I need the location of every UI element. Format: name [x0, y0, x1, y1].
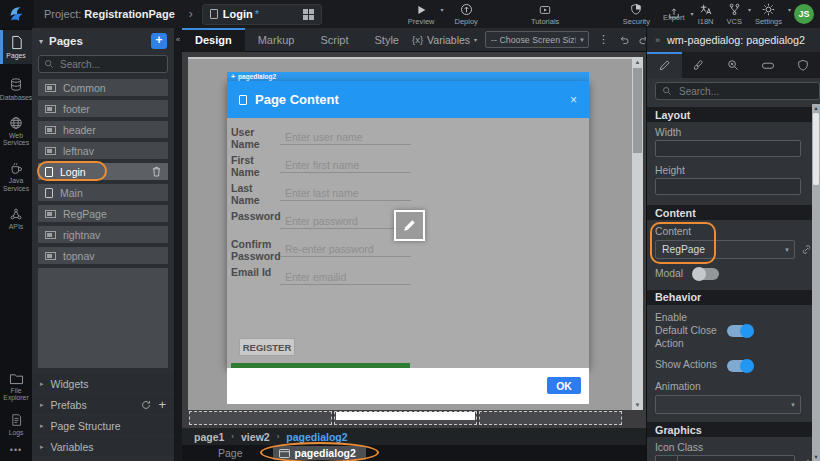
canvas-scrollbar[interactable]: ▲ ▼: [632, 57, 643, 410]
tab-security[interactable]: [785, 52, 820, 78]
rail-item-file-explorer[interactable]: File Explorer: [0, 367, 32, 407]
add-page-button[interactable]: +: [151, 33, 167, 49]
field-input[interactable]: Enter password: [280, 207, 411, 229]
selected-widget-chip[interactable]: pagedialog2: [273, 446, 366, 460]
panel-section-header[interactable]: ▸ Variables +: [32, 437, 174, 456]
page-list-item[interactable]: Common: [38, 79, 168, 96]
page-list-item[interactable]: topnav: [38, 247, 168, 264]
undo-icon[interactable]: [618, 34, 631, 46]
i18n-button[interactable]: I18N: [698, 3, 714, 26]
page-list-item[interactable]: header: [38, 121, 168, 138]
caret-down-icon[interactable]: ▾: [39, 37, 43, 46]
content-select[interactable]: RegPage ▼: [655, 240, 795, 259]
bind-property-icon[interactable]: [801, 244, 812, 255]
screen-size-select[interactable]: -- Choose Screen Size -- ▼: [485, 31, 589, 48]
properties-scrollbar[interactable]: ▲ ▼: [812, 104, 820, 461]
panel-section-header[interactable]: ▸ Widgets +: [32, 374, 174, 393]
edit-widget-button[interactable]: [394, 210, 425, 241]
user-avatar[interactable]: JS: [794, 4, 814, 24]
show-actions-toggle[interactable]: [727, 360, 753, 372]
tab-events[interactable]: [716, 52, 751, 78]
scrollbar-thumb[interactable]: [813, 113, 819, 185]
ok-button[interactable]: OK: [547, 377, 581, 394]
dialog-widget-tag[interactable]: + pagedialog2: [227, 72, 589, 81]
field-input[interactable]: Re-enter password: [280, 235, 411, 257]
editor-tab[interactable]: Markup: [245, 28, 308, 52]
export-button[interactable]: ▾ Export: [663, 7, 685, 22]
preview-button[interactable]: ▾ Preview: [408, 3, 435, 26]
panel-section-header[interactable]: ▸ Page Structure +: [32, 416, 174, 435]
scroll-down-icon[interactable]: ▼: [632, 400, 643, 410]
collapse-right-icon[interactable]: »: [655, 35, 660, 45]
page-list-item[interactable]: Main: [38, 184, 168, 201]
field-input[interactable]: Enter last name: [280, 179, 411, 201]
delete-page-icon[interactable]: [152, 166, 161, 177]
chevron-right-icon[interactable]: ›: [189, 7, 193, 21]
height-input[interactable]: [655, 178, 801, 195]
section-layout[interactable]: Layout: [647, 107, 812, 122]
scroll-down-icon[interactable]: ▼: [812, 453, 820, 461]
page-list-item[interactable]: RegPage: [38, 205, 168, 222]
vcs-button[interactable]: ▾ VCS: [726, 3, 741, 26]
layout-placeholder[interactable]: [189, 411, 332, 425]
rail-item-logs[interactable]: Logs: [0, 408, 32, 441]
pages-search[interactable]: [38, 55, 168, 73]
tutorials-button[interactable]: Tutorials: [531, 3, 559, 26]
panel-section-header[interactable]: ▸ Prefabs +: [32, 395, 174, 414]
scrollbar-thumb[interactable]: [633, 68, 642, 153]
breadcrumb-item[interactable]: page1: [194, 431, 224, 443]
caret-down-icon[interactable]: ▾: [691, 10, 694, 17]
page-list-item[interactable]: Login: [38, 163, 168, 180]
modal-toggle[interactable]: [693, 268, 719, 280]
breadcrumb-item[interactable]: view2: [241, 431, 270, 443]
field-input[interactable]: Enter first name: [280, 151, 411, 173]
rail-item-java-services[interactable]: Java Services: [0, 156, 32, 197]
refresh-icon[interactable]: [141, 400, 151, 410]
register-button[interactable]: REGISTER: [239, 338, 295, 356]
properties-search-input[interactable]: [677, 85, 813, 98]
settings-button[interactable]: ▾ Settings: [755, 3, 782, 26]
add-prefab-icon[interactable]: +: [158, 400, 166, 410]
more-options-icon[interactable]: •••: [0, 441, 32, 461]
field-input[interactable]: Enter user name: [280, 123, 411, 145]
icon-class-input[interactable]: wi wi-file: [655, 455, 795, 461]
rail-item-web-services[interactable]: Web Services: [0, 111, 32, 152]
page-list-item[interactable]: footer: [38, 100, 168, 117]
more-actions-icon[interactable]: ⋮: [598, 33, 609, 46]
security-button[interactable]: Security: [623, 3, 650, 26]
animation-select[interactable]: ▼: [655, 395, 801, 414]
panel-collapse-strip[interactable]: «: [174, 28, 182, 461]
variables-button[interactable]: {x} Variables ▾: [412, 34, 477, 46]
editor-tab[interactable]: Design: [182, 28, 245, 52]
dialog-header[interactable]: Page Content ×: [227, 81, 589, 118]
scroll-up-icon[interactable]: ▲: [812, 104, 820, 112]
caret-down-icon[interactable]: ▾: [441, 6, 444, 13]
grid-icon[interactable]: [303, 9, 314, 20]
page-list-item[interactable]: rightnav: [38, 226, 168, 243]
close-action-toggle[interactable]: [727, 325, 753, 337]
editor-tab[interactable]: Style: [362, 28, 412, 52]
rail-item-databases[interactable]: Databases: [0, 72, 32, 106]
layout-placeholder[interactable]: [334, 411, 477, 425]
caret-down-icon[interactable]: ▾: [748, 6, 751, 13]
scroll-up-icon[interactable]: ▲: [632, 57, 643, 67]
caret-down-icon[interactable]: ▾: [788, 6, 791, 13]
tab-device[interactable]: [751, 52, 786, 78]
page-list-item[interactable]: leftnav: [38, 142, 168, 159]
design-canvas[interactable]: + pagedialog2 Page Content × User Name E…: [182, 52, 646, 428]
tab-styles[interactable]: [682, 52, 717, 78]
tab-properties[interactable]: [647, 52, 682, 78]
section-content[interactable]: Content: [647, 205, 812, 220]
layout-placeholder[interactable]: [479, 411, 622, 425]
dialog-close-icon[interactable]: ×: [570, 93, 577, 107]
breadcrumb-item[interactable]: pagedialog2: [286, 431, 347, 443]
pages-search-input[interactable]: [58, 58, 162, 71]
deploy-button[interactable]: Deploy: [455, 3, 478, 26]
rail-item-pages[interactable]: Pages: [0, 30, 32, 64]
field-input[interactable]: Enter emailid: [280, 263, 411, 285]
open-page-tab[interactable]: Login *: [202, 4, 322, 25]
section-graphics[interactable]: Graphics: [647, 422, 812, 437]
rail-item-apis[interactable]: APIs: [0, 202, 32, 235]
wavemaker-logo[interactable]: [0, 0, 34, 28]
collapse-left-icon[interactable]: «: [176, 35, 180, 44]
